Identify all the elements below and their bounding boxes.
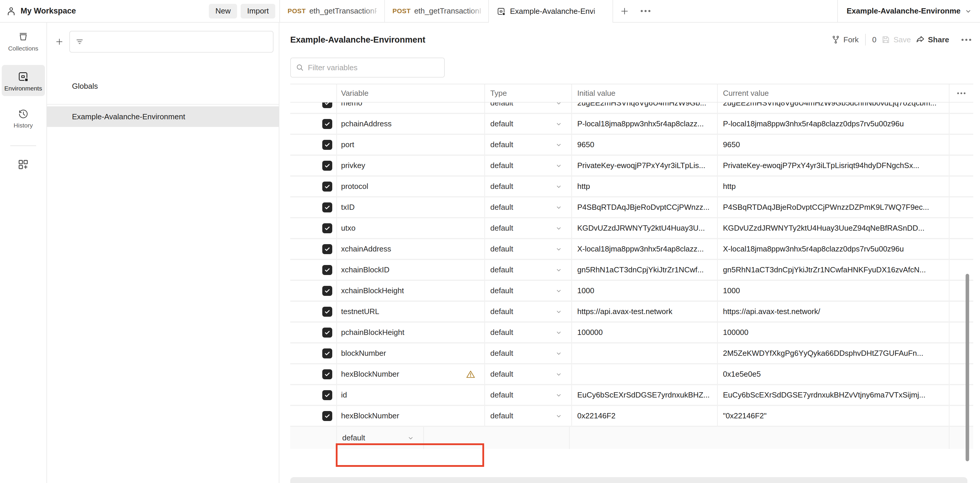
row-checkbox[interactable]	[322, 369, 332, 379]
variable-name-cell[interactable]: pchainBlockHeight	[336, 323, 484, 342]
initial-value-cell[interactable]: 2ugEE2mHSVhq8Vg6U4mHzW9Gb...	[571, 102, 717, 113]
sidebar-item-collections[interactable]: Collections	[8, 31, 38, 52]
variable-name-cell[interactable]: pchainAddress	[336, 114, 484, 134]
initial-value-cell[interactable]: http	[571, 177, 717, 196]
current-value-cell[interactable]: KGDvUZzdJRWNYTy2ktU4Huay3UueZ94qNeBfRASn…	[717, 218, 949, 238]
environments-filter-input[interactable]	[69, 31, 274, 53]
current-value-cell[interactable]	[569, 427, 949, 449]
type-select[interactable]: default	[484, 406, 571, 426]
type-select[interactable]: default	[484, 218, 571, 238]
row-checkbox[interactable]	[322, 182, 332, 191]
row-checkbox[interactable]	[322, 411, 332, 421]
row-checkbox[interactable]	[322, 102, 332, 108]
tab-eth-getTransactionReceipt[interactable]: POST eth_getTransactionRece	[280, 0, 385, 22]
add-environment-button[interactable]	[51, 33, 68, 50]
share-button[interactable]: Share	[916, 35, 949, 45]
current-value-cell[interactable]: X-local18jma8ppw3nhx5r4ap8clazz0dps7rv5u…	[717, 239, 949, 259]
variable-name-cell[interactable]: id	[336, 385, 484, 405]
initial-value-cell[interactable]: P4SBqRTDAqJBjeRoDvptCCjPWnzz...	[571, 198, 717, 217]
row-checkbox[interactable]	[322, 119, 332, 129]
current-value-cell[interactable]: https://api.avax-test.network/	[717, 302, 949, 321]
initial-value-cell[interactable]	[423, 427, 569, 449]
sidebar-item-history[interactable]: History	[14, 108, 33, 129]
row-checkbox[interactable]	[322, 307, 332, 317]
more-options-icon[interactable]	[961, 39, 971, 41]
fork-button[interactable]: Fork	[831, 35, 859, 45]
initial-value-cell[interactable]: PrivateKey-ewoqjP7PxY4yr3iLTpLis...	[571, 156, 717, 175]
row-checkbox[interactable]	[322, 202, 332, 212]
row-checkbox[interactable]	[322, 140, 332, 150]
variable-name-cell[interactable]: memo	[336, 102, 484, 113]
row-checkbox[interactable]	[322, 328, 332, 338]
filter-variables-input[interactable]	[308, 63, 439, 72]
row-checkbox[interactable]	[322, 390, 332, 400]
bottom-panel-bar[interactable]	[290, 477, 967, 483]
variable-name-cell[interactable]: txID	[336, 198, 484, 217]
type-select[interactable]: default	[484, 102, 571, 113]
initial-value-cell[interactable]: https://api.avax-test.network	[571, 302, 717, 321]
tab-eth-getTransactionByHash[interactable]: POST eth_getTransactionByHa	[385, 0, 488, 22]
current-value-cell[interactable]: 2ugEE2mHSVhq8Vg6U4mHzW9Gb5dchhNb0vdLjq7o…	[717, 102, 949, 113]
variable-name-cell[interactable]: protocol	[336, 177, 484, 196]
configure-sidebar-icon[interactable]	[17, 158, 29, 171]
type-select[interactable]: default	[484, 302, 571, 321]
current-value-cell[interactable]: 1000	[717, 281, 949, 301]
current-value-cell[interactable]: P4SBqRTDAqJBjeRoDvptCCjPWnzzDZPmK9L7WQ7F…	[717, 198, 949, 217]
type-select[interactable]: default	[484, 198, 571, 217]
initial-value-cell[interactable]: 9650	[571, 135, 717, 155]
type-select[interactable]: default	[484, 135, 571, 155]
initial-value-cell[interactable]: X-local18jma8ppw3nhx5r4ap8clazz...	[571, 239, 717, 259]
type-select[interactable]: default	[484, 385, 571, 405]
row-checkbox[interactable]	[322, 348, 332, 359]
variable-name-cell[interactable]: hexBlockNumber	[336, 406, 484, 426]
import-button[interactable]: Import	[240, 4, 275, 19]
variable-name-cell[interactable]: port	[336, 135, 484, 155]
new-button[interactable]: New	[209, 4, 237, 19]
environment-item-selected[interactable]: Example-Avalanche-Environment	[47, 106, 279, 127]
variable-name-cell[interactable]: testnetURL	[336, 302, 484, 321]
type-select[interactable]: default	[484, 114, 571, 134]
initial-value-cell[interactable]	[571, 343, 717, 363]
globals-item[interactable]: Globals	[47, 78, 279, 94]
initial-value-cell[interactable]: EuCy6bScEXrSdDGSE7yrdnxukBHZ...	[571, 385, 717, 405]
variable-name-cell[interactable]: xchainBlockID	[336, 260, 484, 280]
fork-count[interactable]: 0	[872, 35, 876, 45]
save-button[interactable]: Save	[881, 35, 911, 45]
variable-name-cell[interactable]: blockNumber	[336, 343, 484, 363]
current-value-cell[interactable]: gn5RhN1aCT3dnCpjYkiJtrZr1NCwfaHNKFyuDX16…	[717, 260, 949, 280]
type-select[interactable]: default	[484, 177, 571, 196]
type-select[interactable]: default	[484, 239, 571, 259]
current-value-cell[interactable]: 100000	[717, 323, 949, 342]
current-value-cell[interactable]: EuCy6bScEXrSdDGSE7yrdnxukBHZvVtjny6ma7VT…	[717, 385, 949, 405]
type-select[interactable]: default	[484, 260, 571, 280]
type-select[interactable]: default	[484, 343, 571, 363]
vertical-scrollbar[interactable]	[966, 274, 969, 461]
variable-name-cell[interactable]: privkey	[336, 156, 484, 175]
user-icon[interactable]	[6, 6, 16, 16]
type-select[interactable]: default	[484, 281, 571, 301]
initial-value-cell[interactable]: 100000	[571, 323, 717, 342]
type-select[interactable]: default	[484, 156, 571, 175]
variable-name-cell[interactable]: xchainAddress	[336, 239, 484, 259]
type-select[interactable]: default	[484, 364, 571, 384]
row-checkbox[interactable]	[322, 223, 332, 233]
type-select[interactable]: default	[336, 427, 423, 449]
type-select[interactable]: default	[484, 323, 571, 342]
row-checkbox[interactable]	[322, 244, 332, 254]
initial-value-cell[interactable]: KGDvUZzdJRWNYTy2ktU4Huay3U...	[571, 218, 717, 238]
variable-name-cell[interactable]: xchainBlockHeight	[336, 281, 484, 301]
current-value-cell[interactable]: "0x22146F2"	[717, 406, 949, 426]
row-checkbox[interactable]	[322, 161, 332, 171]
current-value-cell[interactable]: 0x1e5e0e5	[717, 364, 949, 384]
current-value-cell[interactable]: 9650	[717, 135, 949, 155]
current-value-cell[interactable]: PrivateKey-ewoqjP7PxY4yr3iLTpLisriqt94hd…	[717, 156, 949, 175]
initial-value-cell[interactable]: gn5RhN1aCT3dnCpjYkiJtrZr1NCwf...	[571, 260, 717, 280]
column-options-icon[interactable]	[957, 92, 965, 94]
initial-value-cell[interactable]: P-local18jma8ppw3nhx5r4ap8clazz...	[571, 114, 717, 134]
current-value-cell[interactable]: http	[717, 177, 949, 196]
initial-value-cell[interactable]: 0x22146F2	[571, 406, 717, 426]
current-value-cell[interactable]: P-local18jma8ppw3nhx5r4ap8clazz0dps7rv5u…	[717, 114, 949, 134]
new-tab-button[interactable]	[617, 0, 632, 22]
workspace-title[interactable]: My Workspace	[21, 6, 76, 16]
row-checkbox[interactable]	[322, 265, 332, 275]
